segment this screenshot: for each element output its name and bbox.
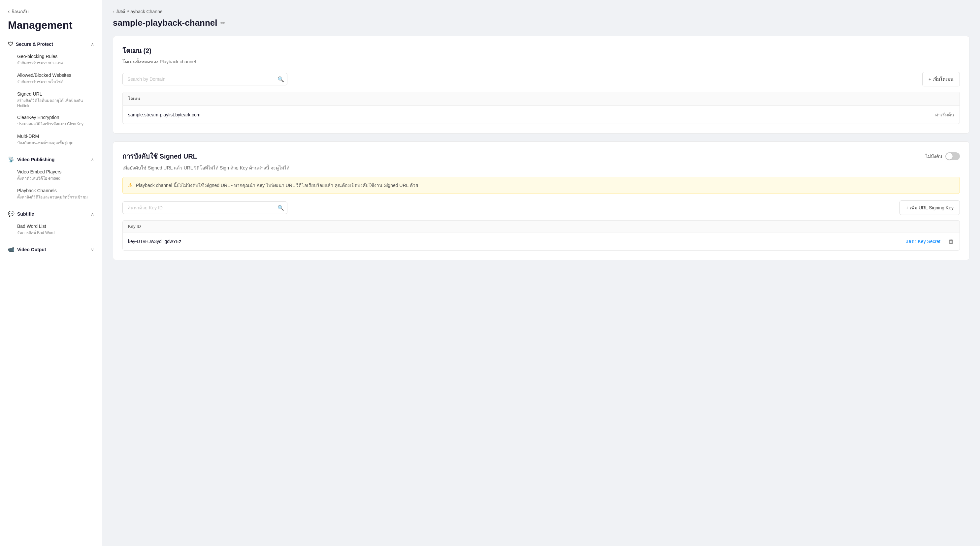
toggle-thumb: [946, 153, 953, 160]
sidebar-section-subtitle-label: Subtitle: [17, 211, 34, 217]
sidebar-section-subtitle-header[interactable]: 💬 Subtitle ∧: [0, 207, 102, 220]
domains-table-col-header: โดเมน: [128, 95, 140, 102]
signed-url-warning-text: Playback channel นี้ยังไม่บังคับใช้ Sign…: [136, 182, 418, 189]
domain-search-button[interactable]: 🔍: [277, 76, 284, 83]
signed-url-header: การบังคับใช้ Signed URL ไม่บังคับ: [123, 151, 960, 162]
sidebar-item-label: Video Embed Players: [17, 169, 94, 175]
video-publishing-items: Video Embed Players ตั้งค่าตัวเล่นวิดีโอ…: [0, 166, 102, 206]
sidebar-item-sublabel: สร้างลิงก์วิดีโอที่หมดอายุได้ เพื่อป้องก…: [17, 97, 94, 108]
sidebar-item-sublabel: ตั้งค่าลิงก์วิดีโอและควบคุมสิทธิ์การเข้า…: [17, 194, 94, 200]
sidebar-item-geo-blocking[interactable]: Geo-blocking Rules จำกัดการรับชมรายประเท…: [0, 51, 102, 69]
sidebar-item-label: Playback Channels: [17, 188, 94, 193]
sidebar-section-video-publishing: 📡 Video Publishing ∧ Video Embed Players…: [0, 153, 102, 206]
domains-card: โดเมน (2) โดเมนทั้งหมดของ Playback chann…: [113, 36, 969, 133]
signed-url-card: การบังคับใช้ Signed URL ไม่บังคับ เมื่อบ…: [113, 141, 969, 260]
sidebar-section-video-publishing-label: Video Publishing: [17, 157, 54, 162]
show-key-secret-link[interactable]: แสดง Key Secret: [905, 238, 940, 245]
domains-card-title: โดเมน (2): [123, 46, 960, 56]
chevron-up-icon: ∧: [91, 211, 94, 217]
domain-search-input[interactable]: [123, 73, 287, 86]
video-output-icon: 📹: [8, 246, 14, 252]
key-search-row: 🔍 + เพิ่ม URL Signing Key: [123, 200, 960, 215]
sidebar-item-sublabel: ป้องกันคอนเทนต์ของคุณขั้นสูงสุด: [17, 140, 94, 146]
sidebar-item-label: ClearKey Encryption: [17, 115, 94, 120]
signed-url-toggle[interactable]: [945, 152, 960, 160]
chevron-up-icon: ∧: [91, 41, 94, 47]
sidebar-item-label: Allowed/Blocked Websites: [17, 73, 94, 78]
domains-card-subtitle: โดเมนทั้งหมดของ Playback channel: [123, 58, 960, 65]
signed-url-toggle-row: ไม่บังคับ: [926, 152, 960, 160]
sidebar-title: Management: [0, 18, 102, 38]
sidebar-section-secure-protect-header[interactable]: 🛡 Secure & Protect ∧: [0, 38, 102, 51]
sidebar-item-label: Multi-DRM: [17, 133, 94, 139]
delete-key-button[interactable]: 🗑: [948, 238, 954, 245]
sidebar-item-clearkey[interactable]: ClearKey Encryption ประมวลผลวิดีโอเข้ารห…: [0, 111, 102, 130]
sidebar-item-playback-channels[interactable]: Playback Channels ตั้งค่าลิงก์วิดีโอและค…: [0, 185, 102, 203]
back-button[interactable]: ‹ ย้อนกลับ: [0, 0, 102, 18]
sidebar-item-sublabel: ประมวลผลวิดีโอเข้ารหัสแบบ ClearKey: [17, 121, 94, 127]
sidebar-section-secure-protect-label: Secure & Protect: [16, 41, 53, 47]
edit-icon[interactable]: ✏: [220, 19, 225, 27]
key-table-col-header: Key ID: [128, 224, 141, 229]
subtitle-icon: 💬: [8, 211, 14, 217]
key-search-wrapper: 🔍: [123, 202, 287, 214]
key-search-button[interactable]: 🔍: [277, 205, 284, 211]
sidebar-section-secure-protect: 🛡 Secure & Protect ∧ Geo-blocking Rules …: [0, 38, 102, 152]
sidebar-item-multi-drm[interactable]: Multi-DRM ป้องกันคอนเทนต์ของคุณขั้นสูงสุ…: [0, 130, 102, 149]
sidebar-item-bad-word-list[interactable]: Bad Word List จัดการลิสต์ Bad Word: [0, 220, 102, 239]
sidebar-item-label: Bad Word List: [17, 224, 94, 229]
secure-protect-items: Geo-blocking Rules จำกัดการรับชมรายประเท…: [0, 51, 102, 152]
chevron-down-icon: ∨: [91, 247, 94, 252]
breadcrumb-parent-link[interactable]: ลิสต์ Playback Channel: [116, 8, 164, 15]
sidebar-section-video-output-label: Video Output: [17, 247, 46, 252]
sidebar-item-video-embed-players[interactable]: Video Embed Players ตั้งค่าตัวเล่นวิดีโอ…: [0, 166, 102, 185]
add-domain-button[interactable]: + เพิ่มโดเมน: [922, 72, 960, 86]
key-table-row: key-UTvHJw3ydTgdwYEz แสดง Key Secret 🗑: [123, 232, 960, 251]
breadcrumb-chevron-icon: ‹: [113, 9, 114, 14]
key-table-header: Key ID: [123, 220, 960, 232]
sidebar-section-video-publishing-header[interactable]: 📡 Video Publishing ∧: [0, 153, 102, 166]
sidebar-item-sublabel: จำกัดการรับชมรายเว็บไซต์: [17, 78, 94, 85]
domain-table-row: sample.stream-playlist.byteark.com ค่าเร…: [123, 106, 960, 124]
back-label: ย้อนกลับ: [11, 8, 29, 15]
sidebar-item-signed-url[interactable]: Signed URL สร้างลิงก์วิดีโอที่หมดอายุได้…: [0, 88, 102, 111]
sidebar-section-video-output-header[interactable]: 📹 Video Output ∨: [0, 243, 102, 256]
main-content: ‹ ลิสต์ Playback Channel sample-playback…: [102, 0, 980, 546]
key-search-input[interactable]: [123, 202, 287, 214]
domain-value: sample.stream-playlist.byteark.com: [128, 112, 935, 117]
back-chevron-icon: ‹: [8, 9, 10, 14]
domains-search-row: 🔍 + เพิ่มโดเมน: [123, 72, 960, 86]
broadcast-icon: 📡: [8, 156, 14, 163]
sidebar-section-video-output: 📹 Video Output ∨: [0, 243, 102, 256]
add-key-button[interactable]: + เพิ่ม URL Signing Key: [899, 200, 960, 215]
breadcrumb: ‹ ลิสต์ Playback Channel: [113, 8, 969, 15]
page-title-row: sample-playback-channel ✏: [113, 18, 969, 28]
sidebar-item-sublabel: ตั้งค่าตัวเล่นวิดีโอ embed: [17, 175, 94, 181]
sidebar-section-subtitle: 💬 Subtitle ∧ Bad Word List จัดการลิสต์ B…: [0, 207, 102, 242]
signed-url-warning-box: ⚠ Playback channel นี้ยังไม่บังคับใช้ Si…: [123, 177, 960, 194]
signed-url-title: การบังคับใช้ Signed URL: [123, 151, 197, 162]
domain-search-wrapper: 🔍: [123, 73, 287, 86]
signed-url-description: เมื่อบังคับใช้ Signed URL แล้ว URL วิดีโ…: [123, 164, 960, 171]
key-id-value: key-UTvHJw3ydTgdwYEz: [128, 239, 905, 244]
sidebar-item-allowed-blocked[interactable]: Allowed/Blocked Websites จำกัดการรับชมรา…: [0, 69, 102, 88]
warning-icon: ⚠: [128, 182, 133, 188]
shield-icon: 🛡: [8, 41, 13, 47]
domain-default-label: ค่าเริ่มต้น: [935, 111, 954, 118]
subtitle-items: Bad Word List จัดการลิสต์ Bad Word: [0, 220, 102, 242]
signed-url-toggle-label: ไม่บังคับ: [926, 152, 942, 160]
sidebar-item-label: Geo-blocking Rules: [17, 54, 94, 59]
chevron-up-icon: ∧: [91, 157, 94, 162]
page-title: sample-playback-channel: [113, 18, 217, 28]
sidebar-item-sublabel: จำกัดการรับชมรายประเทศ: [17, 60, 94, 66]
domains-table-header: โดเมน: [123, 92, 960, 106]
sidebar: ‹ ย้อนกลับ Management 🛡 Secure & Protect…: [0, 0, 102, 546]
sidebar-item-sublabel: จัดการลิสต์ Bad Word: [17, 230, 94, 236]
sidebar-item-label: Signed URL: [17, 91, 94, 97]
